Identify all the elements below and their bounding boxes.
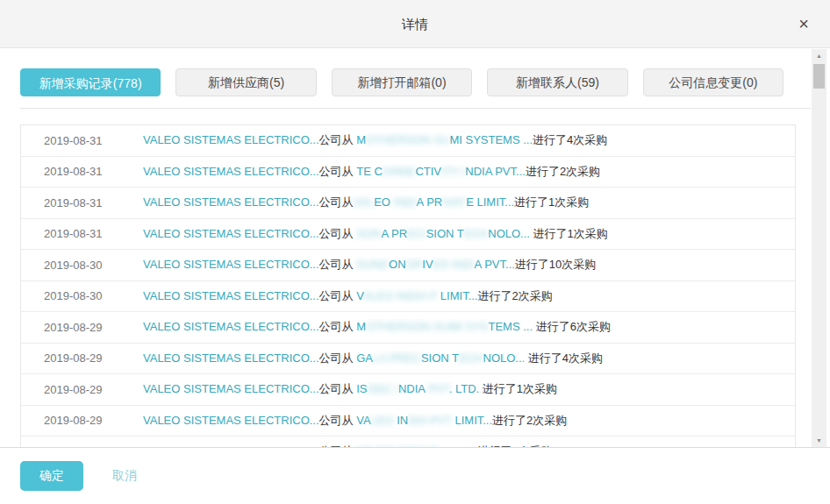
record-text: VALEO SISTEMAS ELECTRICO...公司从 SUNDONDRI… — [143, 257, 795, 273]
tab-3[interactable]: 新增联系人(59) — [487, 68, 627, 96]
supplier-link[interactable]: VA — [356, 414, 370, 427]
supplier-name-redacted: ES INDI — [433, 258, 475, 271]
supplier-link[interactable]: NOLO... — [483, 351, 528, 365]
connector-text: 公司从 — [319, 258, 357, 271]
action-text: 进行了1次采购 — [533, 227, 608, 240]
record-text: VALEO SISTEMAS ELECTRICO...公司从 MOTHERSON… — [143, 319, 795, 335]
supplier-name-redacted: LA PREC — [373, 351, 421, 365]
supplier-link[interactable]: NOLO... — [488, 227, 533, 240]
supplier-link[interactable]: SION T — [426, 227, 464, 240]
supplier-link[interactable]: GA — [356, 351, 373, 365]
supplier-link[interactable]: M — [356, 320, 366, 333]
dialog-header: 详情 × — [0, 0, 830, 48]
record-date: 2019-08-31 — [21, 134, 143, 147]
record-text: VALEO SISTEMAS ELECTRICO...公司从 VALEO IND… — [143, 413, 795, 429]
supplier-link[interactable]: TE C — [356, 165, 383, 178]
supplier-link[interactable]: M — [356, 133, 366, 146]
supplier-link[interactable]: ON — [389, 258, 406, 271]
supplier-name-redacted: PVT — [425, 382, 448, 395]
company-link[interactable]: VALEO SISTEMAS ELECTRICO... — [143, 320, 319, 333]
record-text: VALEO SISTEMAS ELECTRICO...公司从 VALEO IND… — [143, 288, 795, 304]
supplier-name-redacted: OTHERSON SU — [366, 133, 449, 146]
supplier-link[interactable]: TEMS ... — [488, 320, 535, 333]
record-date: 2019-08-29 — [21, 351, 143, 365]
company-link[interactable]: VALEO SISTEMAS ELECTRICO... — [143, 165, 319, 178]
supplier-link[interactable]: A PR — [417, 195, 443, 209]
supplier-link[interactable]: A PR — [381, 227, 407, 240]
company-link[interactable]: VALEO SISTEMAS ELECTRICO... — [143, 382, 319, 395]
supplier-link[interactable]: E LIMIT... — [466, 195, 514, 209]
supplier-name-redacted: SON — [356, 227, 381, 240]
supplier-name-redacted: ECI — [407, 227, 426, 240]
tab-4[interactable]: 公司信息变更(0) — [643, 68, 783, 96]
supplier-name-redacted: ECH — [459, 351, 483, 365]
supplier-link[interactable]: EO — [374, 195, 393, 209]
action-text: 进行了2次采购 — [492, 414, 567, 427]
tab-0[interactable]: 新增采购记录(778) — [20, 68, 161, 96]
action-text: 进行了2次采购 — [477, 289, 552, 302]
supplier-link[interactable]: LIMIT... — [440, 289, 478, 302]
tab-2[interactable]: 新增打开邮箱(0) — [332, 68, 472, 96]
connector-text: 公司从 — [319, 165, 357, 178]
company-link[interactable]: VALEO SISTEMAS ELECTRICO... — [143, 195, 319, 209]
supplier-link[interactable]: NDIA — [398, 382, 425, 395]
company-link[interactable]: VALEO SISTEMAS ELECTRICO... — [143, 351, 319, 365]
supplier-name-redacted: GEC I — [368, 382, 398, 395]
scroll-up-icon[interactable]: ▲ — [812, 49, 826, 62]
record-date: 2019-08-30 — [21, 259, 143, 272]
close-icon[interactable]: × — [798, 15, 809, 32]
record-date: 2019-08-31 — [21, 165, 143, 178]
tab-divider — [20, 108, 811, 109]
supplier-link[interactable]: SION T — [421, 351, 459, 365]
company-link[interactable]: VALEO SISTEMAS ELECTRICO... — [143, 414, 319, 427]
action-text: 进行了1次采购 — [514, 195, 589, 209]
table-row: 2019-08-31VALEO SISTEMAS ELECTRICO...公司从… — [21, 188, 795, 219]
record-text: VALEO SISTEMAS ELECTRICO...公司从 MOTHERSON… — [143, 132, 795, 148]
supplier-link[interactable]: IV — [422, 258, 433, 271]
record-text: VALEO SISTEMAS ELECTRICO...公司从VALEO INDI… — [143, 195, 795, 210]
confirm-button[interactable]: 确定 — [20, 461, 83, 491]
supplier-link[interactable]: NDIA PVT... — [465, 165, 526, 178]
supplier-link[interactable]: LIMIT... — [454, 414, 492, 427]
company-link[interactable]: VALEO SISTEMAS ELECTRICO... — [143, 227, 319, 240]
company-link[interactable]: VALEO SISTEMAS ELECTRICO... — [143, 258, 319, 271]
supplier-link[interactable]: V — [356, 289, 363, 302]
cancel-button[interactable]: 取消 — [112, 468, 137, 484]
table-row: 2019-08-29VALEO SISTEMAS ELECTRICO...公司从… — [21, 374, 795, 406]
scroll-down-icon[interactable]: ▼ — [812, 434, 826, 447]
table-row: 2019-08-30VALEO SISTEMAS ELECTRICO...公司从… — [21, 281, 795, 313]
supplier-name-redacted: VAL — [354, 195, 375, 209]
company-link[interactable]: VALEO SISTEMAS ELECTRICO... — [143, 289, 319, 302]
record-date: 2019-08-29 — [21, 321, 143, 334]
supplier-link[interactable]: MI SYSTEMS ... — [449, 133, 533, 146]
action-text: 进行了10次采购 — [515, 258, 596, 271]
table-row: 2019-08-29VALEO SISTEMAS ELECTRICO...公司从… — [21, 437, 795, 447]
supplier-link[interactable]: IN — [397, 414, 408, 427]
supplier-name-redacted: ECH — [464, 227, 488, 240]
scrollbar-thumb[interactable] — [813, 64, 825, 89]
record-date: 2019-08-29 — [21, 414, 143, 427]
tab-bar: 新增采购记录(778)新增供应商(5)新增打开邮箱(0)新增联系人(59)公司信… — [20, 68, 783, 96]
record-date: 2019-08-31 — [21, 227, 143, 240]
connector-text: 公司从 — [319, 289, 357, 302]
company-link[interactable]: VALEO SISTEMAS ELECTRICO... — [143, 133, 319, 146]
action-text: 进行了6次采购 — [536, 320, 611, 333]
supplier-link[interactable]: . LTD. — [449, 382, 483, 395]
supplier-name-redacted: IVAT — [442, 195, 466, 209]
supplier-link[interactable]: IS — [356, 382, 367, 395]
supplier-name-redacted: SUND — [356, 258, 389, 271]
supplier-name-redacted: LEO — [371, 414, 397, 427]
supplier-link[interactable]: CTIV — [415, 165, 441, 178]
connector-text: 公司从 — [319, 320, 357, 333]
table-row: 2019-08-31VALEO SISTEMAS ELECTRICO...公司从… — [21, 157, 795, 188]
tab-1[interactable]: 新增供应商(5) — [175, 68, 316, 96]
record-date: 2019-08-31 — [21, 196, 143, 209]
scrollbar[interactable]: ▲ ▼ — [812, 49, 826, 447]
supplier-name-redacted: ITY I — [441, 165, 465, 178]
action-text: 进行了4次采购 — [528, 351, 603, 365]
dialog-title: 详情 — [0, 0, 830, 48]
connector-text: 公司从 — [319, 382, 357, 395]
record-date: 2019-08-30 — [21, 289, 143, 302]
supplier-link[interactable]: A PVT... — [475, 258, 515, 271]
supplier-name-redacted: ONNE — [383, 165, 416, 178]
